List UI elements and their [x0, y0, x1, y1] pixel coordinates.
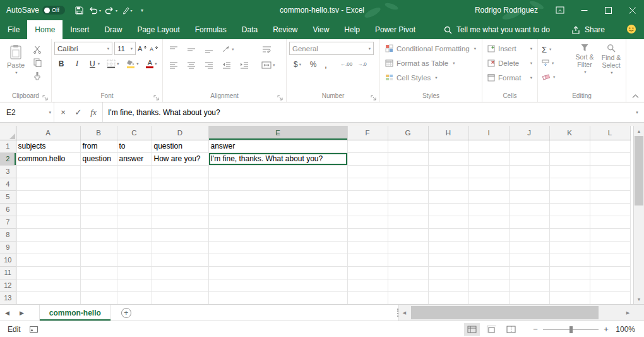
autosave-toggle[interactable]: AutoSave Off: [0, 6, 71, 15]
cell[interactable]: [16, 254, 80, 266]
cell[interactable]: [80, 165, 117, 178]
cell[interactable]: [468, 165, 509, 178]
cell[interactable]: [590, 190, 630, 203]
bold-button[interactable]: B: [54, 57, 69, 70]
cell[interactable]: [117, 291, 152, 304]
cell[interactable]: [80, 190, 117, 203]
cell-D1[interactable]: question: [152, 140, 208, 152]
cell[interactable]: [117, 190, 152, 203]
vertical-scroll-thumb[interactable]: [635, 136, 643, 205]
scroll-down-button[interactable]: ▼: [634, 294, 644, 304]
align-left-button[interactable]: [166, 58, 181, 71]
cell[interactable]: [549, 241, 590, 254]
cell-B2[interactable]: question: [80, 152, 117, 165]
cell[interactable]: [152, 228, 208, 241]
conditional-formatting-button[interactable]: Conditional Formatting ▾: [382, 41, 480, 56]
align-middle-button[interactable]: [184, 42, 199, 56]
wrap-text-button[interactable]: [259, 42, 274, 56]
column-header-I[interactable]: I: [468, 126, 509, 140]
row-header-6[interactable]: 6: [0, 203, 16, 216]
cell-E1[interactable]: answer: [208, 140, 347, 152]
cell[interactable]: [549, 254, 590, 266]
row-header-13[interactable]: 13: [0, 291, 16, 304]
alignment-dialog-launcher[interactable]: [277, 94, 284, 101]
scroll-left-button[interactable]: ◀: [399, 305, 410, 321]
cell[interactable]: [208, 178, 347, 190]
share-button[interactable]: Share: [571, 25, 605, 34]
cell[interactable]: [388, 228, 428, 241]
tab-power-pivot[interactable]: Power Pivot: [367, 20, 423, 39]
cell[interactable]: [428, 291, 468, 304]
cell[interactable]: [428, 140, 468, 152]
increase-font-size-button[interactable]: A: [138, 44, 148, 52]
cell[interactable]: [388, 203, 428, 216]
cell[interactable]: [117, 216, 152, 228]
cell-styles-button[interactable]: Cell Styles ▾: [382, 70, 480, 85]
view-normal-button[interactable]: [464, 323, 480, 336]
cell[interactable]: [388, 216, 428, 228]
row-header-1[interactable]: 1: [0, 140, 16, 152]
cell[interactable]: [208, 279, 347, 291]
cell-A2[interactable]: common.hello: [16, 152, 80, 165]
autosave-pill[interactable]: Off: [42, 6, 65, 15]
font-name-combobox[interactable]: Calibri▾: [54, 42, 112, 55]
cell[interactable]: [509, 254, 549, 266]
cell[interactable]: [117, 266, 152, 279]
cell[interactable]: [468, 241, 509, 254]
cell[interactable]: [509, 178, 549, 190]
cell[interactable]: [152, 178, 208, 190]
cell[interactable]: [468, 228, 509, 241]
cell[interactable]: [152, 216, 208, 228]
column-header-J[interactable]: J: [509, 126, 549, 140]
number-format-combobox[interactable]: General▾: [289, 42, 374, 55]
maximize-button[interactable]: [596, 0, 620, 20]
cell[interactable]: [388, 279, 428, 291]
zoom-out-button[interactable]: −: [529, 324, 542, 334]
user-name[interactable]: Rodrigo Rodriguez: [475, 6, 538, 15]
row-header-9[interactable]: 9: [0, 241, 16, 254]
column-header-C[interactable]: C: [117, 126, 152, 140]
cell[interactable]: [80, 178, 117, 190]
cell[interactable]: [80, 291, 117, 304]
cell[interactable]: [549, 152, 590, 165]
cell[interactable]: [549, 178, 590, 190]
feedback-smiley-button[interactable]: [626, 24, 636, 36]
cell[interactable]: [347, 279, 388, 291]
cell[interactable]: [509, 279, 549, 291]
cell[interactable]: [388, 266, 428, 279]
font-size-combobox[interactable]: 11▾: [114, 42, 136, 55]
cell[interactable]: [388, 178, 428, 190]
cell[interactable]: [152, 203, 208, 216]
cell[interactable]: [16, 190, 80, 203]
sheet-nav-left-button[interactable]: ◀: [0, 310, 15, 316]
format-as-table-button[interactable]: Format as Table ▾: [382, 56, 480, 70]
tab-home[interactable]: Home: [27, 20, 63, 39]
cell-C2[interactable]: answer: [117, 152, 152, 165]
cell[interactable]: [347, 266, 388, 279]
cell[interactable]: [509, 140, 549, 152]
cell[interactable]: [590, 203, 630, 216]
tab-view[interactable]: View: [306, 20, 337, 39]
cell[interactable]: [549, 266, 590, 279]
cell[interactable]: [428, 241, 468, 254]
cancel-button[interactable]: ×: [56, 105, 71, 120]
view-page-break-button[interactable]: [503, 323, 519, 336]
cell[interactable]: [549, 228, 590, 241]
column-header-K[interactable]: K: [549, 126, 590, 140]
column-header-G[interactable]: G: [388, 126, 428, 140]
cell[interactable]: [428, 266, 468, 279]
ribbon-display-options-button[interactable]: [548, 0, 572, 20]
underline-button[interactable]: U▾: [85, 57, 103, 70]
cell[interactable]: [428, 279, 468, 291]
touch-mode-button[interactable]: ▾: [119, 0, 134, 20]
row-header-11[interactable]: 11: [0, 266, 16, 279]
cell[interactable]: [16, 241, 80, 254]
cell[interactable]: [347, 216, 388, 228]
cell-A1[interactable]: subjects: [16, 140, 80, 152]
cell[interactable]: [549, 190, 590, 203]
decrease-decimal-button[interactable]: →.0: [356, 58, 368, 71]
row-header-3[interactable]: 3: [0, 165, 16, 178]
cell[interactable]: [388, 190, 428, 203]
cell[interactable]: [16, 266, 80, 279]
fill-color-button[interactable]: ▾: [123, 57, 142, 70]
